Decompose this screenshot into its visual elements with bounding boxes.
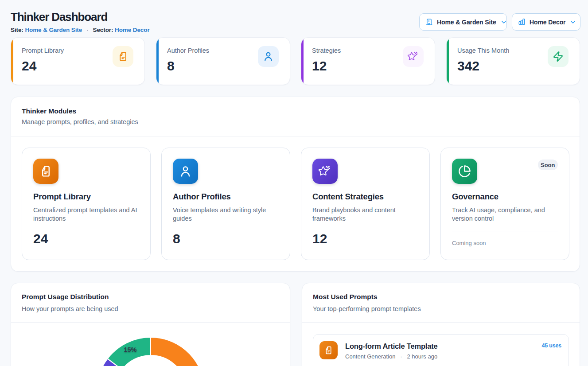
svg-text:15%: 15% <box>124 346 136 353</box>
